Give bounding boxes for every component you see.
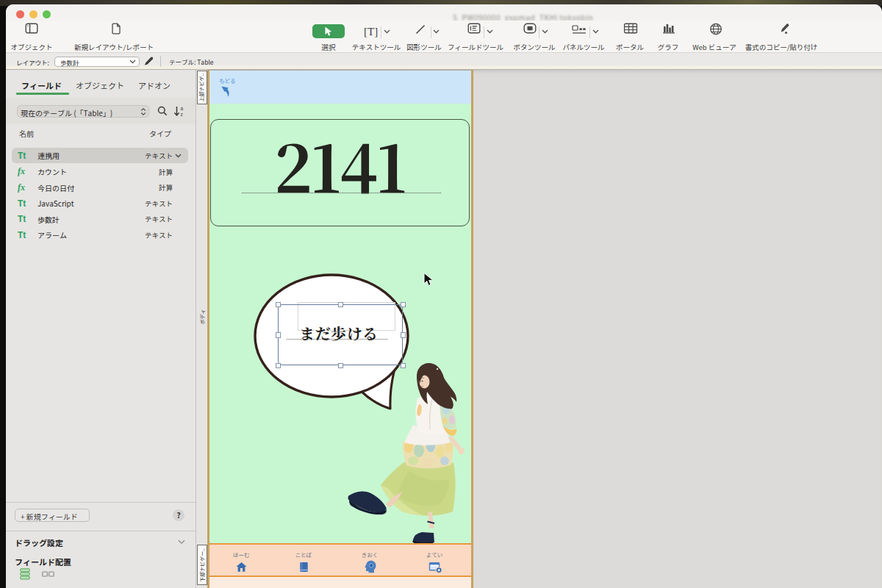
svg-text:a: a (181, 106, 184, 111)
svg-text:z: z (181, 112, 183, 117)
